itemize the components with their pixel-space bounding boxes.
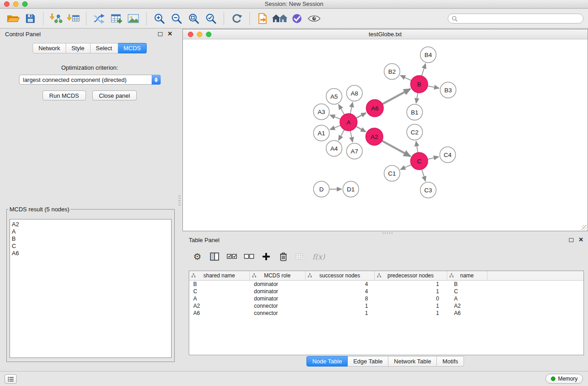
delete-column-button[interactable] bbox=[276, 249, 291, 264]
table-settings-button[interactable]: ⚙ bbox=[190, 249, 205, 264]
horizontal-splitter[interactable] bbox=[182, 231, 588, 235]
refresh-button[interactable] bbox=[228, 10, 245, 27]
mcds-result-list[interactable]: A2ABCA6 bbox=[10, 219, 172, 358]
close-panel-icon[interactable]: ✕ bbox=[578, 238, 583, 242]
table-row[interactable]: A2connector11A2 bbox=[189, 302, 583, 310]
graph-edge-A-A2[interactable] bbox=[356, 126, 366, 132]
graph-node-label: B4 bbox=[425, 52, 432, 58]
show-columns-button[interactable] bbox=[207, 249, 222, 264]
zoom-out-button[interactable] bbox=[168, 10, 185, 27]
float-panel-icon[interactable] bbox=[569, 238, 574, 242]
save-session-button[interactable] bbox=[22, 10, 39, 27]
show-graphics-details-button[interactable] bbox=[306, 10, 323, 27]
style-check-button[interactable] bbox=[288, 10, 306, 27]
float-panel-icon[interactable] bbox=[158, 32, 163, 36]
graph-edge-A-A4[interactable] bbox=[339, 130, 344, 141]
tab-node-table[interactable]: Node Table bbox=[306, 356, 348, 367]
eye-icon bbox=[307, 14, 321, 24]
open-document-button[interactable] bbox=[254, 10, 271, 27]
window-resize-grip[interactable] bbox=[582, 225, 587, 230]
table-row[interactable]: Adominator80A bbox=[189, 295, 583, 302]
tab-network-table[interactable]: Network Table bbox=[388, 356, 437, 367]
network-zoom-button[interactable] bbox=[206, 32, 211, 37]
main-toolbar bbox=[0, 9, 588, 29]
tab-select[interactable]: Select bbox=[91, 43, 118, 53]
column-type-icon bbox=[252, 273, 256, 277]
toolbar-separator bbox=[249, 12, 250, 25]
zoom-window-button[interactable] bbox=[22, 1, 28, 7]
tab-edge-table[interactable]: Edge Table bbox=[348, 356, 388, 367]
column-header-predecessor-nodes[interactable]: predecessor nodes bbox=[374, 271, 447, 280]
zoom-selected-button[interactable] bbox=[202, 10, 220, 27]
mcds-result-item[interactable]: C bbox=[12, 243, 169, 250]
graph-node-label: D bbox=[319, 186, 324, 193]
graph-edge-B-B1[interactable] bbox=[416, 93, 418, 103]
tab-mcds[interactable]: MCDS bbox=[118, 43, 147, 53]
status-bar: Memory bbox=[0, 371, 588, 386]
close-panel-button[interactable]: Close panel bbox=[92, 91, 137, 100]
function-builder-button[interactable]: f(x) bbox=[310, 249, 325, 264]
graph-node-label: C3 bbox=[424, 187, 432, 194]
network-view-window: testGlobe.txt B4B2BB3A5A8A6B1A3AC2A1A2A4… bbox=[182, 29, 588, 231]
graph-edge-C-C2[interactable] bbox=[416, 141, 418, 152]
table-row[interactable]: A6connector11A6 bbox=[189, 310, 583, 317]
optimization-criterion-dropdown[interactable]: largest connected component (directed) bbox=[19, 75, 161, 85]
graph-edge-A-A7[interactable] bbox=[350, 131, 353, 142]
graph-edge-A6-B[interactable] bbox=[382, 89, 411, 105]
task-history-button[interactable] bbox=[5, 374, 17, 384]
graph-edge-A-A6[interactable] bbox=[356, 113, 366, 118]
graph-edge-B-B2[interactable] bbox=[401, 76, 411, 81]
column-header-shared-name[interactable]: shared name bbox=[189, 271, 249, 280]
zoom-in-button[interactable] bbox=[151, 10, 168, 27]
graph-edge-C-C3[interactable] bbox=[422, 169, 425, 181]
add-column-button[interactable] bbox=[258, 249, 274, 264]
network-minimize-button[interactable] bbox=[197, 32, 202, 37]
table-row[interactable]: Bdominator41B bbox=[189, 280, 583, 288]
column-header-name[interactable]: name bbox=[447, 271, 487, 280]
new-network-button[interactable] bbox=[91, 10, 108, 27]
graph-edge-C-C4[interactable] bbox=[428, 157, 439, 159]
search-input[interactable] bbox=[460, 15, 579, 22]
run-mcds-button[interactable]: Run MCDS bbox=[43, 91, 86, 100]
new-table-button[interactable] bbox=[108, 10, 125, 27]
unselect-all-button[interactable] bbox=[241, 249, 257, 264]
vertical-splitter[interactable] bbox=[177, 29, 182, 367]
graph-edge-A-A3[interactable] bbox=[330, 115, 340, 119]
graph-edge-A-A1[interactable] bbox=[330, 125, 340, 129]
import-network-button[interactable] bbox=[48, 10, 65, 27]
graph-edge-A-A8[interactable] bbox=[350, 102, 353, 114]
select-all-button[interactable] bbox=[224, 249, 239, 264]
mcds-result-item[interactable]: A6 bbox=[12, 250, 169, 257]
toolbar-search[interactable] bbox=[448, 14, 583, 24]
column-type-icon bbox=[449, 273, 454, 277]
mcds-result-item[interactable]: A2 bbox=[12, 221, 169, 228]
export-image-button[interactable] bbox=[125, 10, 142, 27]
close-window-button[interactable] bbox=[4, 1, 10, 7]
graph-edge-A-A5[interactable] bbox=[339, 105, 344, 115]
graph-edge-B-B3[interactable] bbox=[428, 86, 439, 88]
mcds-result-item[interactable]: A bbox=[12, 228, 169, 235]
minimize-window-button[interactable] bbox=[13, 1, 19, 7]
graph-node-label: A1 bbox=[318, 130, 325, 137]
tab-style[interactable]: Style bbox=[66, 43, 91, 53]
import-table-button[interactable] bbox=[65, 10, 82, 27]
column-header-mcds-role[interactable]: MCDS role bbox=[249, 271, 305, 280]
open-session-button[interactable] bbox=[5, 10, 22, 27]
table-row[interactable]: Cdominator41C bbox=[189, 288, 583, 295]
column-header-successor-nodes[interactable]: successor nodes bbox=[305, 271, 374, 280]
network-arrows-icon bbox=[93, 13, 105, 24]
document-arrow-icon bbox=[257, 13, 268, 24]
close-panel-icon[interactable]: ✕ bbox=[167, 32, 172, 36]
tab-network[interactable]: Network bbox=[33, 43, 66, 53]
zoom-fit-button[interactable] bbox=[185, 10, 202, 27]
graph-edge-A2-C[interactable] bbox=[382, 141, 411, 156]
tab-motifs[interactable]: Motifs bbox=[437, 356, 464, 367]
memory-button[interactable]: Memory bbox=[545, 374, 583, 384]
graph-edge-B-B4[interactable] bbox=[422, 64, 425, 76]
graph-edge-C-C1[interactable] bbox=[401, 165, 411, 170]
mcds-result-item[interactable]: B bbox=[12, 235, 169, 243]
network-close-button[interactable] bbox=[188, 32, 193, 37]
home-networks-button[interactable] bbox=[271, 10, 288, 27]
graph-node-label: C4 bbox=[444, 152, 452, 158]
network-graph[interactable]: B4B2BB3A5A8A6B1A3AC2A1A2A4A7C4CC1C3DD1 bbox=[183, 40, 588, 231]
